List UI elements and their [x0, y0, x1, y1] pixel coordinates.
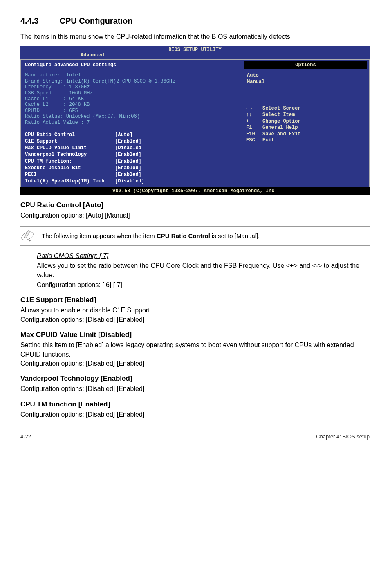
- help-text: Save and Exit: [262, 131, 301, 138]
- setting-value: [Disabled]: [115, 145, 144, 151]
- pencil-icon: [20, 229, 34, 243]
- cpu-settings-block: CPU Ratio Control[Auto] C1E Support[Enab…: [25, 132, 238, 185]
- help-text: Change Option: [262, 119, 301, 125]
- options-header: Options: [244, 61, 367, 69]
- info-line: Cache L2 : 2048 KB: [25, 102, 238, 108]
- text-cpu-tm: Configuration options: [Disabled] [Enabl…: [20, 410, 370, 419]
- setting-value: [Enabled]: [115, 165, 141, 171]
- help-row: +-Change Option: [246, 119, 365, 125]
- info-line: Ratio Status: Unlocked (Max:07, Min:06): [25, 114, 238, 119]
- help-row: F10Save and Exit: [246, 131, 365, 138]
- help-text: Select Screen: [262, 105, 301, 112]
- text-vanderpool: Configuration options: [Disabled] [Enabl…: [20, 384, 370, 393]
- svg-rect-1: [24, 230, 30, 238]
- setting-row[interactable]: Vanderpool Technology[Enabled]: [25, 151, 238, 158]
- section-number: 4.4.3: [20, 16, 57, 26]
- setting-key: Intel(R) SpeedStep(TM) Tech.: [25, 178, 115, 184]
- svg-marker-2: [29, 239, 31, 241]
- heading-c1e: C1E Support [Enabled]: [20, 296, 370, 304]
- text-cpu-ratio: Configuration options: [Auto] [Manual]: [20, 211, 370, 220]
- chapter-label: Chapter 4: BIOS setup: [316, 433, 370, 440]
- help-text: Select Item: [262, 112, 295, 119]
- help-text: Exit: [262, 137, 274, 144]
- info-line: Manufacturer: Intel: [25, 72, 238, 78]
- setting-value: [Disabled]: [115, 178, 144, 184]
- help-key: F1: [246, 125, 262, 131]
- heading-cpu-tm: CPU TM function [Enabled]: [20, 400, 370, 408]
- section-heading: 4.4.3 CPU Configuration: [20, 16, 370, 26]
- bios-left-heading: Configure advanced CPU settings: [25, 62, 238, 68]
- section-title: CPU Configuration: [60, 16, 133, 25]
- setting-row[interactable]: PECI[Enabled]: [25, 171, 238, 178]
- setting-value: [Enabled]: [115, 138, 141, 145]
- text-ratio-cmos-2: Configuration options: [ 6] [ 7]: [37, 281, 370, 290]
- help-row: F1General Help: [246, 125, 365, 131]
- info-line: Frequency : 1.87GHz: [25, 84, 238, 90]
- cpu-info-block: Manufacturer: Intel Brand String: Intel(…: [25, 70, 238, 128]
- setting-key: C1E Support: [25, 138, 115, 145]
- info-line: Cache L1 : 64 KB: [25, 96, 238, 102]
- options-list: Auto Manual: [242, 71, 369, 89]
- note-text: The following item appears when the item…: [42, 232, 260, 240]
- setting-value: [Auto]: [115, 132, 132, 138]
- option-item[interactable]: Manual: [247, 79, 364, 85]
- note-bold: CPU Ratio Control: [157, 232, 210, 239]
- text-c1e: Allows you to enable or disable C1E Supp…: [20, 306, 370, 324]
- arrows-left-right-icon: [246, 105, 262, 112]
- setting-key: Execute Disable Bit: [25, 165, 115, 171]
- setting-key: PECI: [25, 171, 115, 178]
- bios-title: BIOS SETUP UTILITY: [20, 47, 370, 53]
- text-ratio-cmos-1: Allows you to set the ratio between the …: [37, 261, 370, 280]
- help-row: Select Item: [246, 112, 365, 119]
- note-pre: The following item appears when the item: [42, 232, 157, 239]
- info-line: Ratio Actual Value : 7: [25, 120, 238, 126]
- heading-ratio-cmos: Ratio CMOS Setting: [ 7]: [37, 252, 108, 259]
- bios-left-pane: Configure advanced CPU settings Manufact…: [20, 59, 242, 187]
- tab-advanced[interactable]: Advanced: [78, 52, 107, 58]
- heading-max-cpuid: Max CPUID Value Limit [Disabled]: [20, 331, 370, 339]
- help-key: ESC: [246, 137, 262, 144]
- setting-row[interactable]: Execute Disable Bit[Enabled]: [25, 165, 238, 171]
- note-box: The following item appears when the item…: [20, 226, 370, 246]
- page-number: 4-22: [20, 433, 31, 440]
- note-post: is set to [Manual].: [210, 232, 260, 239]
- info-line: CPUID : 6F5: [25, 108, 238, 114]
- bios-footer: v02.58 (C)Copyright 1985-2007, American …: [20, 187, 370, 195]
- setting-key: CPU Ratio Control: [25, 132, 115, 138]
- heading-vanderpool: Vanderpool Technology [Enabled]: [20, 375, 370, 383]
- help-block: Select Screen Select Item +-Change Optio…: [242, 89, 369, 146]
- help-key: +-: [246, 119, 262, 125]
- help-row: Select Screen: [246, 105, 365, 112]
- option-item[interactable]: Auto: [247, 73, 364, 79]
- bios-panel: BIOS SETUP UTILITY Advanced Configure ad…: [20, 46, 370, 195]
- section-intro: The items in this menu show the CPU-rela…: [20, 32, 370, 41]
- info-line: FSB Speed : 1066 MHz: [25, 90, 238, 96]
- heading-cpu-ratio: CPU Ratio Control [Auto]: [20, 201, 370, 209]
- setting-value: [Enabled]: [115, 171, 141, 178]
- setting-value: [Enabled]: [115, 151, 141, 158]
- setting-row[interactable]: CPU TM function:[Enabled]: [25, 158, 238, 165]
- setting-key: Max CPUID Value Limit: [25, 145, 115, 151]
- help-row: ESCExit: [246, 137, 365, 144]
- setting-row[interactable]: Intel(R) SpeedStep(TM) Tech.[Disabled]: [25, 178, 238, 184]
- bios-title-bar: BIOS SETUP UTILITY Advanced: [20, 46, 370, 59]
- setting-value: [Enabled]: [115, 158, 141, 165]
- arrows-up-down-icon: [246, 112, 262, 119]
- setting-row[interactable]: C1E Support[Enabled]: [25, 138, 238, 145]
- bios-right-pane: Options Auto Manual Select Screen Select…: [242, 59, 370, 187]
- setting-row[interactable]: CPU Ratio Control[Auto]: [25, 132, 238, 138]
- help-key: F10: [246, 131, 262, 138]
- setting-row[interactable]: Max CPUID Value Limit[Disabled]: [25, 145, 238, 151]
- text-max-cpuid: Setting this item to [Enabled] allows le…: [20, 341, 370, 368]
- setting-key: CPU TM function:: [25, 158, 115, 165]
- help-text: General Help: [262, 125, 298, 131]
- page-footer: 4-22 Chapter 4: BIOS setup: [20, 431, 370, 440]
- setting-key: Vanderpool Technology: [25, 151, 115, 158]
- info-line: Brand String: Intel(R) Core(TM)2 CPU 630…: [25, 79, 238, 84]
